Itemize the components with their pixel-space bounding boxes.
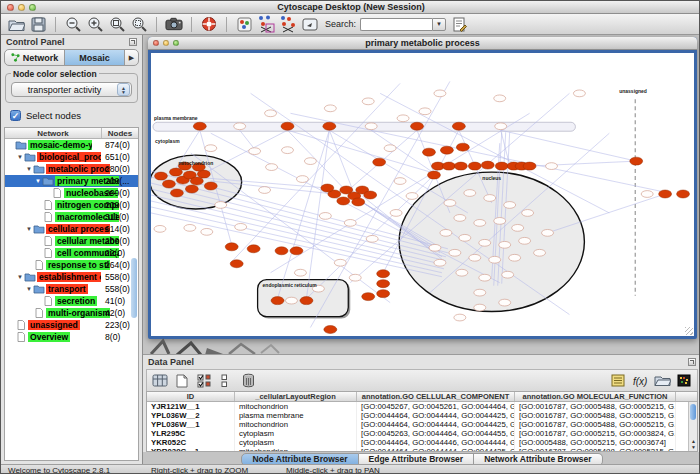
tab-mosaic[interactable]: Mosaic: [65, 50, 125, 65]
node[interactable]: [456, 269, 468, 276]
tree-col-network[interactable]: Network: [5, 128, 102, 138]
edge[interactable]: [329, 130, 354, 194]
node[interactable]: [523, 162, 536, 170]
node[interactable]: [440, 146, 453, 154]
table-row[interactable]: YDR039C__1mitochondrion[GO:0044464, GO:0…: [147, 447, 697, 452]
zoom-fit-icon[interactable]: [108, 15, 126, 33]
node[interactable]: [286, 297, 298, 304]
edge[interactable]: [240, 130, 255, 149]
node[interactable]: [282, 147, 294, 154]
tree-row[interactable]: ▼establishment of lo558(0): [5, 271, 138, 283]
node[interactable]: [266, 164, 278, 171]
table-scrollbar-thumb[interactable]: [690, 404, 696, 420]
node[interactable]: [504, 202, 516, 209]
table-row[interactable]: YLR295Ccytoplasm[GO:0045263, GO:0044464,…: [147, 429, 697, 438]
node[interactable]: [456, 143, 469, 151]
node[interactable]: [573, 90, 585, 97]
import-attributes-icon[interactable]: [653, 372, 671, 390]
node[interactable]: [394, 178, 406, 185]
zoom-selected-icon[interactable]: [130, 15, 148, 33]
node[interactable]: [454, 314, 466, 321]
node[interactable]: [411, 122, 424, 130]
node[interactable]: [324, 105, 336, 112]
node[interactable]: [162, 180, 175, 188]
node[interactable]: [499, 299, 511, 306]
node[interactable]: [234, 123, 246, 130]
zoom-in-icon[interactable]: [86, 15, 104, 33]
new-attribute-icon[interactable]: [173, 372, 191, 390]
node[interactable]: [427, 171, 440, 179]
node[interactable]: [423, 148, 436, 156]
tab-edge-attribute-browser[interactable]: Edge Attribute Browser: [359, 453, 475, 464]
scrollbar-arrows-icon[interactable]: ▲▼: [689, 438, 698, 450]
node[interactable]: [373, 158, 386, 166]
table-scrollbar[interactable]: ▲▼: [688, 402, 697, 451]
attribute-list-icon[interactable]: [609, 372, 627, 390]
network-canvas[interactable]: plasma membranecytoplasmmitochondrionnuc…: [151, 53, 694, 336]
node[interactable]: [489, 256, 501, 263]
node-color-select[interactable]: transporter activity ▲▼: [11, 82, 132, 97]
table-column-header[interactable]: annotation.GO MOLECULAR_FUNCTION: [515, 392, 676, 401]
layout-a-icon[interactable]: [257, 15, 275, 33]
node[interactable]: [630, 157, 643, 165]
node[interactable]: [677, 190, 690, 198]
select-attributes-icon[interactable]: [195, 372, 213, 390]
node[interactable]: [454, 162, 467, 170]
float-panel-icon[interactable]: [129, 38, 137, 46]
node[interactable]: [184, 224, 196, 231]
node[interactable]: [366, 235, 378, 242]
node[interactable]: [365, 123, 377, 130]
disclosure-triangle-icon[interactable]: ▼: [25, 226, 33, 232]
node[interactable]: [546, 163, 558, 170]
node[interactable]: [334, 259, 346, 266]
tree-row[interactable]: ▼biological_process651(0): [5, 151, 138, 163]
node[interactable]: [442, 162, 455, 170]
disclosure-triangle-icon[interactable]: ▼: [34, 178, 42, 184]
node[interactable]: [349, 274, 361, 281]
function-builder-icon[interactable]: f(x): [631, 372, 649, 390]
node[interactable]: [522, 210, 534, 217]
tree-row[interactable]: nitrogen compo209(0): [5, 199, 138, 211]
node[interactable]: [215, 202, 227, 209]
tab-overflow-arrow[interactable]: ▶: [125, 50, 138, 65]
zoom-out-icon[interactable]: [64, 15, 82, 33]
disclosure-triangle-icon[interactable]: ▼: [25, 286, 33, 292]
open-icon[interactable]: [7, 15, 25, 33]
node[interactable]: [542, 229, 554, 236]
node[interactable]: [494, 95, 506, 102]
node[interactable]: [321, 184, 334, 192]
tree-row[interactable]: multi-organism pro42(0): [5, 307, 138, 319]
node[interactable]: [205, 145, 217, 152]
edge[interactable]: [151, 183, 446, 257]
table-column-header[interactable]: ID: [147, 392, 235, 401]
tree-row[interactable]: macromolecule311(0): [5, 211, 138, 223]
snapshot-icon[interactable]: [165, 15, 183, 33]
node[interactable]: [468, 162, 481, 170]
node[interactable]: [275, 247, 288, 255]
tab-network-attribute-browser[interactable]: Network Attribute Browser: [474, 453, 602, 464]
tree-row[interactable]: cell communicat22(0): [5, 247, 138, 259]
node[interactable]: [390, 210, 402, 217]
node[interactable]: [469, 254, 481, 261]
tree-col-nodes[interactable]: Nodes: [102, 128, 138, 138]
node[interactable]: [265, 110, 277, 117]
tab-network[interactable]: Network: [5, 50, 65, 65]
node[interactable]: [454, 215, 466, 222]
resize-grip-icon[interactable]: [685, 327, 693, 335]
node[interactable]: [502, 271, 514, 278]
node[interactable]: [193, 122, 206, 130]
node[interactable]: [300, 297, 313, 305]
node[interactable]: [641, 191, 653, 198]
node[interactable]: [247, 245, 260, 253]
vizmapper-icon[interactable]: [235, 15, 253, 33]
node[interactable]: [509, 254, 521, 261]
node[interactable]: [444, 200, 456, 207]
node[interactable]: [474, 304, 486, 311]
disclosure-triangle-icon[interactable]: ▼: [16, 154, 24, 160]
node[interactable]: [170, 189, 183, 197]
table-row[interactable]: YJR121W__1mitochondrion[GO:0045267, GO:0…: [147, 402, 697, 411]
node[interactable]: [495, 123, 507, 130]
layout-b-icon[interactable]: [279, 15, 297, 33]
node[interactable]: [377, 290, 390, 298]
node[interactable]: [324, 326, 337, 334]
